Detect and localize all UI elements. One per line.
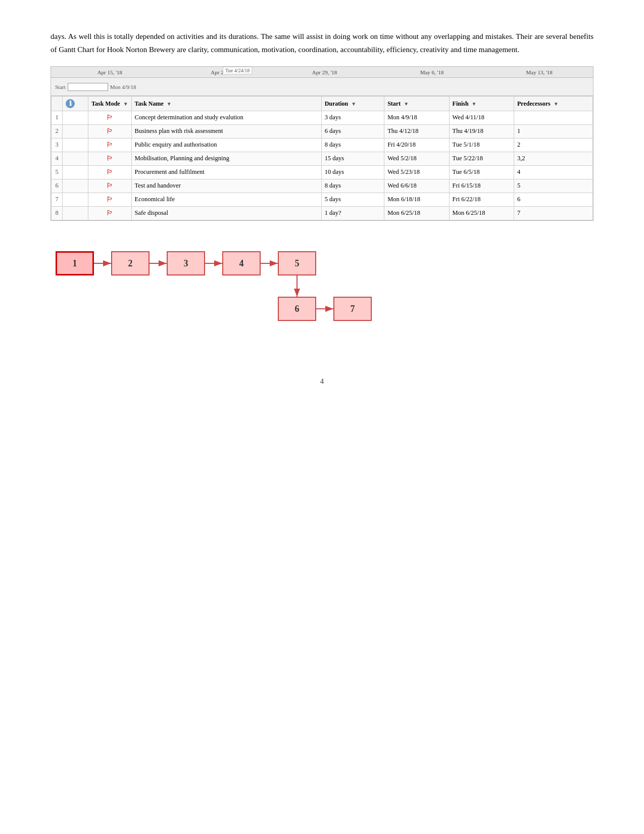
row-finish: Fri 6/15/18	[449, 179, 514, 193]
network-diagram: 1234567	[51, 236, 394, 347]
row-finish: Fri 6/22/18	[449, 193, 514, 207]
start-label: Start	[55, 84, 66, 90]
table-row: 6 🏳 Test and handover 8 days Wed 6/6/18 …	[52, 179, 593, 193]
row-taskmode: 🏳	[88, 179, 131, 193]
row-taskname: Safe disposal	[131, 207, 321, 220]
th-empty	[52, 97, 63, 111]
th-duration[interactable]: Duration ▼	[321, 97, 384, 111]
row-taskname: Business plan with risk assessment	[131, 125, 321, 138]
row-start: Mon 4/9/18	[384, 111, 449, 125]
row-info	[63, 111, 88, 125]
row-start: Mon 6/25/18	[384, 207, 449, 220]
date-5: May 13, '18	[485, 69, 593, 75]
row-duration: 6 days	[321, 125, 384, 138]
gantt-table: ℹ Task Mode ▼ Task Name ▼ Duration ▼ Sta…	[51, 96, 593, 220]
row-taskmode: 🏳	[88, 152, 131, 166]
row-finish: Tue 5/1/18	[449, 138, 514, 152]
row-start: Wed 6/6/18	[384, 179, 449, 193]
network-box-4: 4	[222, 251, 261, 275]
network-box-1: 1	[56, 251, 94, 275]
row-duration: 1 day?	[321, 207, 384, 220]
start-field: Start	[55, 83, 108, 91]
row-duration: 10 days	[321, 166, 384, 179]
taskmode-filter-icon[interactable]: ▼	[123, 101, 128, 107]
network-box-5: 5	[278, 251, 316, 275]
date-4: May 6, '18	[378, 69, 486, 75]
row-taskname: Test and handover	[131, 179, 321, 193]
row-start: Wed 5/2/18	[384, 152, 449, 166]
row-number: 6	[52, 179, 63, 193]
network-box-2: 2	[111, 251, 150, 275]
row-duration: 3 days	[321, 111, 384, 125]
date-1: Apr 15, '18	[56, 69, 164, 75]
table-row: 3 🏳 Public enquiry and authorisation 8 d…	[52, 138, 593, 152]
table-row: 8 🏳 Safe disposal 1 day? Mon 6/25/18 Mon…	[52, 207, 593, 220]
th-predecessors[interactable]: Predecessors ▼	[514, 97, 592, 111]
row-info	[63, 179, 88, 193]
row-taskname: Procurement and fulfilment	[131, 166, 321, 179]
row-taskmode: 🏳	[88, 166, 131, 179]
row-finish: Tue 5/22/18	[449, 152, 514, 166]
row-number: 4	[52, 152, 63, 166]
gantt-subheader: Start Mon 4/9/18	[51, 78, 593, 96]
row-predecessors: 6	[514, 193, 592, 207]
date-2: Apr 2	[164, 69, 271, 75]
row-taskname: Public enquiry and authorisation	[131, 138, 321, 152]
row-taskmode: 🏳	[88, 138, 131, 152]
row-number: 7	[52, 193, 63, 207]
predecessors-filter-icon[interactable]: ▼	[554, 101, 559, 107]
row-number: 1	[52, 111, 63, 125]
main-paragraph: days. As well this is totally depended o…	[51, 30, 593, 56]
gantt-dates-row: Apr 15, '18 Apr 2 Apr 29, '18 May 6, '18…	[51, 69, 593, 75]
row-taskmode: 🏳	[88, 207, 131, 220]
network-box-7: 7	[333, 297, 372, 321]
taskname-filter-icon[interactable]: ▼	[167, 101, 172, 107]
row-taskmode: 🏳	[88, 125, 131, 138]
th-finish[interactable]: Finish ▼	[449, 97, 514, 111]
start-box	[68, 83, 108, 91]
row-info	[63, 125, 88, 138]
row-predecessors: 2	[514, 138, 592, 152]
row-predecessors	[514, 111, 592, 125]
page-number: 4	[51, 378, 593, 386]
th-taskname[interactable]: Task Name ▼	[131, 97, 321, 111]
row-duration: 8 days	[321, 138, 384, 152]
row-taskname: Economical life	[131, 193, 321, 207]
row-predecessors: 5	[514, 179, 592, 193]
row-taskname: Mobilisation, Planning and designing	[131, 152, 321, 166]
today-label: Tue 4/24/18	[223, 67, 252, 74]
row-duration: 8 days	[321, 179, 384, 193]
duration-filter-icon[interactable]: ▼	[351, 101, 356, 107]
row-info	[63, 138, 88, 152]
row-finish: Tue 6/5/18	[449, 166, 514, 179]
table-row: 4 🏳 Mobilisation, Planning and designing…	[52, 152, 593, 166]
start-date: Mon 4/9/18	[110, 84, 136, 90]
row-duration: 15 days	[321, 152, 384, 166]
row-info	[63, 166, 88, 179]
row-number: 8	[52, 207, 63, 220]
table-row: 5 🏳 Procurement and fulfilment 10 days W…	[52, 166, 593, 179]
info-icon: ℹ	[66, 99, 75, 108]
row-finish: Wed 4/11/18	[449, 111, 514, 125]
row-info	[63, 152, 88, 166]
row-start: Wed 5/23/18	[384, 166, 449, 179]
row-predecessors: 3,2	[514, 152, 592, 166]
row-predecessors: 1	[514, 125, 592, 138]
start-filter-icon[interactable]: ▼	[404, 101, 409, 107]
row-finish: Thu 4/19/18	[449, 125, 514, 138]
row-start: Mon 6/18/18	[384, 193, 449, 207]
th-taskmode[interactable]: Task Mode ▼	[88, 97, 131, 111]
row-number: 2	[52, 125, 63, 138]
th-start[interactable]: Start ▼	[384, 97, 449, 111]
table-row: 7 🏳 Economical life 5 days Mon 6/18/18 F…	[52, 193, 593, 207]
table-header-row: ℹ Task Mode ▼ Task Name ▼ Duration ▼ Sta…	[52, 97, 593, 111]
gantt-chart: Tue 4/24/18 Apr 15, '18 Apr 2 Apr 29, '1…	[51, 66, 593, 221]
row-finish: Mon 6/25/18	[449, 207, 514, 220]
row-taskname: Concept determination and study evalutio…	[131, 111, 321, 125]
row-start: Fri 4/20/18	[384, 138, 449, 152]
finish-filter-icon[interactable]: ▼	[472, 101, 477, 107]
row-taskmode: 🏳	[88, 111, 131, 125]
row-number: 5	[52, 166, 63, 179]
table-row: 1 🏳 Concept determination and study eval…	[52, 111, 593, 125]
row-taskmode: 🏳	[88, 193, 131, 207]
